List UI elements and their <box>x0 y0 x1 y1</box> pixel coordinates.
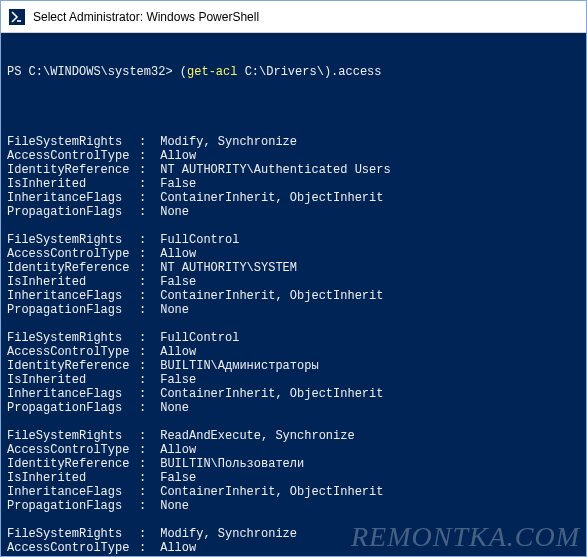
output-row: IdentityReference: BUILTIN\Пользователи <box>7 457 580 471</box>
output-row: FileSystemRights: Modify, Synchronize <box>7 135 580 149</box>
output-row: InheritanceFlags: ContainerInherit, Obje… <box>7 289 580 303</box>
field-label: IdentityReference <box>7 359 139 373</box>
output-row: AccessControlType: Allow <box>7 541 580 555</box>
field-label: IdentityReference <box>7 163 139 177</box>
output-entries: FileSystemRights: Modify, SynchronizeAcc… <box>7 135 580 556</box>
colon: : <box>139 163 153 177</box>
colon: : <box>139 387 153 401</box>
colon: : <box>139 429 153 443</box>
field-value: DESKTOP-JOPF9\root <box>153 555 290 556</box>
field-label: IsInherited <box>7 275 139 289</box>
output-row: IsInherited: False <box>7 373 580 387</box>
field-label: InheritanceFlags <box>7 485 139 499</box>
field-label: IdentityReference <box>7 261 139 275</box>
field-value: None <box>153 303 189 317</box>
output-row: IdentityReference: DESKTOP-JOPF9\root <box>7 555 580 556</box>
cmd-arg: C:\Drivers\ <box>237 65 323 79</box>
output-row: FileSystemRights: FullControl <box>7 331 580 345</box>
paren-close: ) <box>324 65 331 79</box>
field-value: Modify, Synchronize <box>153 527 297 541</box>
field-label: AccessControlType <box>7 247 139 261</box>
field-label: IdentityReference <box>7 555 139 556</box>
colon: : <box>139 275 153 289</box>
field-value: None <box>153 401 189 415</box>
field-value: ContainerInherit, ObjectInherit <box>153 485 383 499</box>
field-label: AccessControlType <box>7 541 139 555</box>
field-label: AccessControlType <box>7 345 139 359</box>
acl-entry: FileSystemRights: ReadAndExecute, Synchr… <box>7 429 580 513</box>
acl-entry: FileSystemRights: FullControlAccessContr… <box>7 233 580 317</box>
field-value: BUILTIN\Пользователи <box>153 457 304 471</box>
field-value: False <box>153 275 196 289</box>
output-row: FileSystemRights: Modify, Synchronize <box>7 527 580 541</box>
colon: : <box>139 289 153 303</box>
field-label: IdentityReference <box>7 457 139 471</box>
cmdlet: get-acl <box>187 65 237 79</box>
output-row: IdentityReference: NT AUTHORITY\SYSTEM <box>7 261 580 275</box>
field-label: IsInherited <box>7 373 139 387</box>
field-value: ContainerInherit, ObjectInherit <box>153 289 383 303</box>
field-value: None <box>153 499 189 513</box>
output-row: IdentityReference: NT AUTHORITY\Authenti… <box>7 163 580 177</box>
field-label: InheritanceFlags <box>7 191 139 205</box>
output-row: AccessControlType: Allow <box>7 149 580 163</box>
field-label: FileSystemRights <box>7 331 139 345</box>
colon: : <box>139 527 153 541</box>
acl-entry: FileSystemRights: Modify, SynchronizeAcc… <box>7 135 580 219</box>
output-row: InheritanceFlags: ContainerInherit, Obje… <box>7 191 580 205</box>
field-value: Allow <box>153 247 196 261</box>
output-row: PropagationFlags: None <box>7 401 580 415</box>
field-value: False <box>153 471 196 485</box>
colon: : <box>139 345 153 359</box>
colon: : <box>139 191 153 205</box>
window-title: Select Administrator: Windows PowerShell <box>33 10 259 24</box>
output-row: PropagationFlags: None <box>7 303 580 317</box>
output-row: FileSystemRights: ReadAndExecute, Synchr… <box>7 429 580 443</box>
titlebar[interactable]: Select Administrator: Windows PowerShell <box>1 1 586 33</box>
output-row: InheritanceFlags: ContainerInherit, Obje… <box>7 485 580 499</box>
prompt-path: PS C:\WINDOWS\system32> <box>7 65 180 79</box>
colon: : <box>139 359 153 373</box>
output-row: InheritanceFlags: ContainerInherit, Obje… <box>7 387 580 401</box>
output-row: PropagationFlags: None <box>7 205 580 219</box>
output-row: IsInherited: False <box>7 177 580 191</box>
field-label: FileSystemRights <box>7 233 139 247</box>
field-value: ReadAndExecute, Synchronize <box>153 429 355 443</box>
field-value: FullControl <box>153 331 239 345</box>
colon: : <box>139 443 153 457</box>
field-value: None <box>153 205 189 219</box>
field-label: InheritanceFlags <box>7 387 139 401</box>
terminal-area[interactable]: PS C:\WINDOWS\system32> (get-acl C:\Driv… <box>1 33 586 556</box>
colon: : <box>139 205 153 219</box>
field-value: Modify, Synchronize <box>153 135 297 149</box>
cmd-suffix: .access <box>331 65 381 79</box>
colon: : <box>139 485 153 499</box>
colon: : <box>139 149 153 163</box>
field-label: FileSystemRights <box>7 135 139 149</box>
field-label: IsInherited <box>7 471 139 485</box>
colon: : <box>139 135 153 149</box>
field-label: FileSystemRights <box>7 429 139 443</box>
field-value: BUILTIN\Администраторы <box>153 359 319 373</box>
output-row: AccessControlType: Allow <box>7 443 580 457</box>
colon: : <box>139 261 153 275</box>
output-row: IdentityReference: BUILTIN\Администратор… <box>7 359 580 373</box>
field-value: Allow <box>153 149 196 163</box>
field-label: InheritanceFlags <box>7 289 139 303</box>
colon: : <box>139 233 153 247</box>
field-value: NT AUTHORITY\Authenticated Users <box>153 163 391 177</box>
output-row: PropagationFlags: None <box>7 499 580 513</box>
field-label: AccessControlType <box>7 149 139 163</box>
field-label: FileSystemRights <box>7 527 139 541</box>
output-row: AccessControlType: Allow <box>7 345 580 359</box>
field-value: Allow <box>153 541 196 555</box>
field-label: PropagationFlags <box>7 205 139 219</box>
field-value: ContainerInherit, ObjectInherit <box>153 191 383 205</box>
colon: : <box>139 373 153 387</box>
field-value: False <box>153 373 196 387</box>
field-label: PropagationFlags <box>7 499 139 513</box>
colon: : <box>139 457 153 471</box>
output-row: IsInherited: False <box>7 471 580 485</box>
acl-entry: FileSystemRights: FullControlAccessContr… <box>7 331 580 415</box>
output-row: AccessControlType: Allow <box>7 247 580 261</box>
